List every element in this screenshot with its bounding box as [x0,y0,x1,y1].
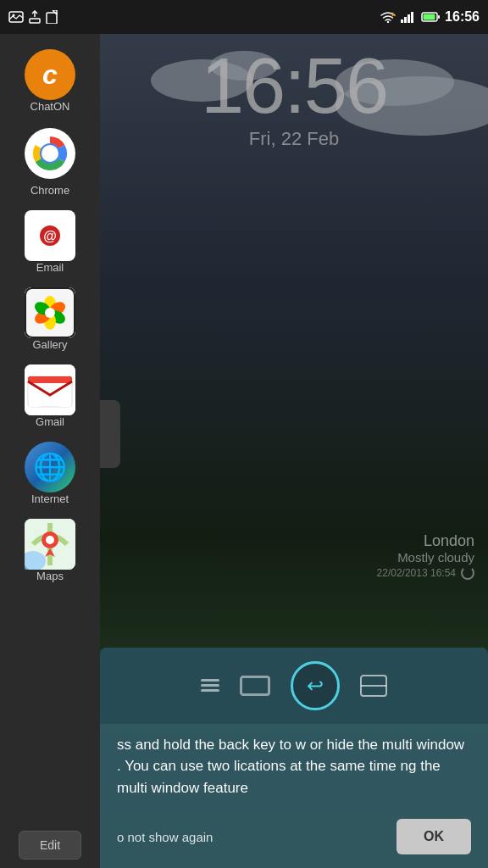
dialog-overlay: ↩ ss and hold the back key to w or hide … [100,34,488,868]
ok-button[interactable]: OK [396,819,471,854]
svg-rect-14 [424,14,435,20]
svg-rect-8 [401,19,403,23]
dialog-message: ss and hold the back key to w or hide th… [100,724,488,799]
signal-icon [401,11,416,23]
gmail-label: Gmail [36,415,64,428]
menu-line-2 [201,684,219,687]
picture-icon [8,11,24,23]
sidebar-item-chrome[interactable]: Chrome [0,120,100,203]
sidebar-item-maps[interactable]: Maps [0,512,100,589]
status-time: 16:56 [445,9,480,25]
chaton-icon: c [25,49,75,100]
split-window-icon [360,672,387,699]
svg-point-6 [387,21,389,23]
svg-rect-13 [438,15,440,19]
sidebar-item-gmail[interactable]: Gmail [0,358,100,435]
sdcard-icon [46,10,58,24]
back-button[interactable]: ↩ [291,661,340,710]
svg-text:@: @ [43,229,57,243]
app-drawer-sidebar: c ChatON Chrome [0,34,100,868]
sidebar-item-email[interactable]: @ Email [0,203,100,281]
menu-icon[interactable] [201,679,219,692]
svg-rect-33 [28,376,72,383]
status-bar: 16:56 [0,0,488,34]
extra-nav-icon[interactable] [360,672,387,699]
multi-window-dialog: ↩ ss and hold the back key to w or hide … [100,648,488,869]
svg-rect-9 [404,17,407,23]
chrome-label: Chrome [30,184,69,197]
maps-icon [25,519,75,570]
home-icon[interactable] [240,676,270,696]
menu-line-1 [201,679,219,682]
sidebar-item-chaton[interactable]: c ChatON [0,42,100,120]
dialog-actions: o not show again OK [100,805,488,868]
back-arrow-icon: ↩ [307,674,324,698]
svg-rect-11 [411,12,413,23]
svg-point-17 [42,145,58,162]
sidebar-item-internet[interactable]: 🌐 Internet [0,435,100,512]
svg-point-30 [45,308,55,318]
gmail-icon [25,364,75,415]
gallery-label: Gallery [32,338,67,351]
svg-rect-2 [30,19,40,23]
gallery-icon [25,287,75,338]
chrome-icon [23,126,77,181]
internet-label: Internet [31,492,69,505]
email-label: Email [36,261,64,274]
svg-rect-4 [47,13,57,24]
menu-line-3 [201,689,219,692]
email-icon: @ [25,210,75,261]
navigation-bar: ↩ [100,648,488,724]
battery-icon [421,11,440,23]
status-bar-right-icons: 16:56 [380,9,480,25]
upload-icon [29,10,41,24]
internet-icon: 🌐 [25,442,75,492]
wifi-icon [380,11,396,23]
status-bar-left-icons [8,10,58,24]
svg-point-36 [46,536,54,544]
edit-button[interactable]: Edit [19,831,81,860]
maps-label: Maps [36,570,64,582]
chaton-label: ChatON [30,100,70,113]
svg-rect-10 [408,14,410,23]
do-not-show-label[interactable]: o not show again [117,830,213,844]
sidebar-item-gallery[interactable]: Gallery [0,281,100,358]
